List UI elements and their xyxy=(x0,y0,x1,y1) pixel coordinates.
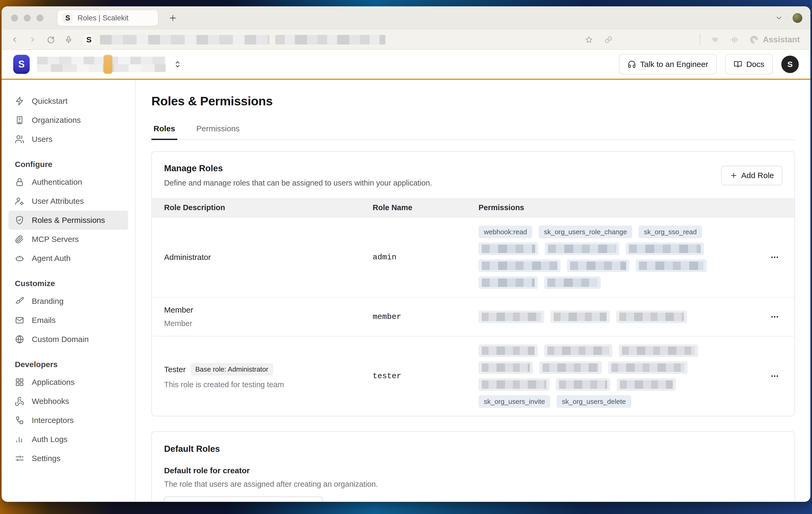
window-close-button[interactable] xyxy=(11,15,18,22)
tab-title: Roles | Scalekit xyxy=(78,14,128,22)
column-role-description: Role Description xyxy=(164,203,373,212)
redacted-badge xyxy=(478,361,533,374)
window-zoom-button[interactable] xyxy=(36,15,44,22)
talk-to-engineer-button[interactable]: Talk to an Engineer xyxy=(619,54,717,75)
bookmark-star-icon[interactable] xyxy=(585,36,593,44)
role-subtitle: Member xyxy=(164,319,373,328)
sliders-icon xyxy=(15,454,24,463)
sidebar-item-authentication[interactable]: Authentication xyxy=(8,173,128,192)
sidebar-item-custom-domain[interactable]: Custom Domain xyxy=(8,330,128,349)
redacted-badge xyxy=(478,311,544,323)
sidebar-item-mcp-servers[interactable]: MCP Servers xyxy=(8,230,128,249)
sidebar-item-users[interactable]: Users xyxy=(8,130,128,149)
role-name: admin xyxy=(373,253,478,262)
browser-tab[interactable]: S Roles | Scalekit xyxy=(57,10,158,26)
sidebar-item-webhooks[interactable]: Webhooks xyxy=(8,392,128,411)
mail-icon xyxy=(15,315,24,325)
tab-permissions[interactable]: Permissions xyxy=(194,124,242,140)
window-minimize-button[interactable] xyxy=(24,15,31,22)
org-switcher[interactable]: S xyxy=(13,55,182,74)
redacted-badge xyxy=(478,242,538,255)
redacted-badge xyxy=(544,344,612,357)
sidebar-item-agent-auth[interactable]: Agent Auth xyxy=(8,249,128,268)
sidebar-item-label: Settings xyxy=(32,454,60,463)
sidebar-item-label: Custom Domain xyxy=(32,335,89,344)
sidebar-item-auth-logs[interactable]: Auth Logs xyxy=(8,430,128,449)
role-name: tester xyxy=(373,372,478,380)
address-bar-redacted[interactable] xyxy=(100,35,269,45)
mic-icon[interactable] xyxy=(65,36,72,44)
role-description: Member xyxy=(164,306,373,314)
zap-icon xyxy=(15,96,24,106)
sidebar-item-emails[interactable]: Emails xyxy=(8,311,128,330)
redacted-badge xyxy=(619,344,698,357)
column-role-name: Role Name xyxy=(373,203,478,212)
address-bar-redacted-2[interactable] xyxy=(275,35,385,45)
profile-avatar[interactable] xyxy=(792,13,803,23)
sidebar-item-label: Agent Auth xyxy=(32,254,71,263)
sidebar-item-applications[interactable]: Applications xyxy=(8,373,128,392)
back-button[interactable] xyxy=(10,36,19,44)
user-avatar[interactable]: S xyxy=(781,56,799,73)
sidebar-item-label: Auth Logs xyxy=(32,435,67,444)
manage-roles-card: Manage Roles Define and manage roles tha… xyxy=(151,151,795,416)
tab-overview-chevron[interactable] xyxy=(775,14,783,22)
tab-favicon: S xyxy=(63,13,73,23)
reload-button[interactable] xyxy=(47,36,55,44)
row-menu-button[interactable] xyxy=(770,312,780,322)
tab-roles[interactable]: Roles xyxy=(151,124,177,140)
reader-icon[interactable] xyxy=(711,35,719,44)
manage-roles-description: Define and manage roles that can be assi… xyxy=(164,179,432,188)
sidebar-item-organizations[interactable]: Organizations xyxy=(8,111,128,130)
row-menu-button[interactable] xyxy=(770,252,780,262)
sidebar-item-quickstart[interactable]: Quickstart xyxy=(8,92,128,111)
redacted-badge xyxy=(551,311,610,323)
row-menu-button[interactable] xyxy=(770,371,780,381)
bar-chart-icon xyxy=(15,435,24,444)
sidebar-item-settings[interactable]: Settings xyxy=(8,449,128,468)
org-switcher-chevrons-icon[interactable] xyxy=(173,60,182,69)
default-role-select[interactable]: Administrator xyxy=(164,496,323,502)
redacted-badge xyxy=(636,259,707,272)
user-gear-icon xyxy=(15,196,24,206)
copy-link-icon[interactable] xyxy=(605,36,612,44)
sidebar-item-branding[interactable]: Branding xyxy=(8,292,128,311)
talk-to-engineer-label: Talk to an Engineer xyxy=(640,60,708,69)
sidebar-item-user-attributes[interactable]: User Attributes xyxy=(8,192,128,211)
table-row-tester: TesterBase role: Administrator This role… xyxy=(152,336,794,416)
sidebar-item-label: Interceptors xyxy=(32,416,74,425)
sidebar-item-interceptors[interactable]: Interceptors xyxy=(8,411,128,430)
redacted-badge xyxy=(544,276,601,289)
new-tab-button[interactable] xyxy=(168,13,177,23)
window-controls xyxy=(11,15,44,22)
redacted-badge xyxy=(608,361,688,374)
sidebar-item-label: Quickstart xyxy=(32,96,67,106)
sidebar-section-customize: Customize xyxy=(8,279,128,288)
docs-button[interactable]: Docs xyxy=(725,54,773,75)
sidebar-item-label: Webhooks xyxy=(32,397,69,406)
default-role-creator-label: Default role for creator xyxy=(164,466,782,475)
grid-icon xyxy=(15,377,24,387)
sidebar-section-developers: Developers xyxy=(8,360,128,369)
sidebar-item-label: User Attributes xyxy=(32,197,84,206)
redacted-badge xyxy=(616,311,687,323)
toolbar-divider xyxy=(700,34,700,46)
org-name-cursor xyxy=(104,55,112,74)
audio-waveform-icon[interactable] xyxy=(730,35,739,44)
forward-button[interactable] xyxy=(29,36,36,44)
roles-table-header: Role Description Role Name Permissions xyxy=(152,198,794,217)
shield-check-icon xyxy=(15,216,24,225)
sidebar-item-label: Applications xyxy=(32,378,75,387)
brush-icon xyxy=(15,296,24,306)
redacted-badge xyxy=(478,259,560,272)
role-description: Administrator xyxy=(164,253,373,262)
column-permissions: Permissions xyxy=(478,203,755,212)
redacted-badge xyxy=(545,242,619,255)
sidebar-item-roles-permissions[interactable]: Roles & Permissions xyxy=(8,211,128,230)
default-roles-title: Default Roles xyxy=(164,444,782,454)
add-role-button[interactable]: Add Role xyxy=(721,166,782,185)
scalekit-logo: S xyxy=(13,55,30,74)
redacted-badge xyxy=(617,378,676,391)
assistant-button[interactable]: Assistant xyxy=(750,35,800,45)
globe-icon xyxy=(15,335,24,344)
